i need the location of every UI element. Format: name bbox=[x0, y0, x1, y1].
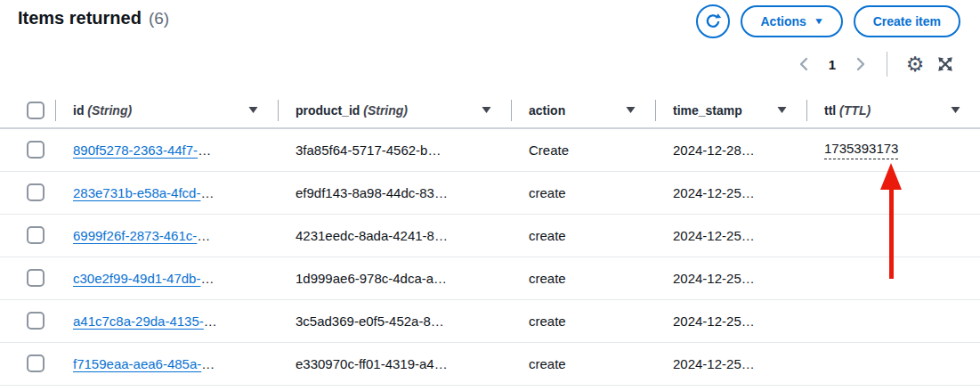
column-label: product_id (String) bbox=[296, 103, 408, 118]
refresh-button[interactable] bbox=[696, 4, 730, 38]
cell-action: create bbox=[511, 214, 655, 257]
truncation-ellipsis: … bbox=[200, 271, 214, 286]
item-id-link[interactable]: c30e2f99-49d1-47db- bbox=[73, 271, 200, 286]
caret-down-icon: ▼ bbox=[814, 17, 824, 26]
truncation-ellipsis: … bbox=[197, 228, 210, 243]
cell-action: create bbox=[511, 171, 655, 214]
cell-ttl bbox=[806, 214, 980, 257]
column-header-id[interactable]: id (String) bbox=[55, 93, 278, 128]
column-header-action[interactable]: action bbox=[511, 93, 655, 128]
item-id-link[interactable]: a41c7c8a-29da-4135- bbox=[73, 314, 204, 329]
create-item-button[interactable]: Create item bbox=[854, 5, 960, 37]
table-row: a41c7c8a-29da-4135-… 3c5ad369-e0f5-452a-… bbox=[0, 299, 980, 342]
row-checkbox[interactable] bbox=[27, 141, 45, 159]
chevron-right-icon bbox=[855, 55, 866, 73]
cell-id: 6999f26f-2873-461c-… bbox=[55, 214, 278, 257]
cell-time-stamp: 2024-12-25… bbox=[655, 257, 806, 299]
table-row: 890f5278-2363-44f7-… 3fa85f64-5717-4562-… bbox=[0, 128, 980, 171]
item-id-link[interactable]: 890f5278-2363-44f7- bbox=[73, 143, 198, 158]
create-item-button-label: Create item bbox=[873, 14, 941, 29]
next-page-button[interactable] bbox=[849, 53, 872, 76]
page-title: Items returned bbox=[18, 8, 142, 29]
cell-checkbox bbox=[0, 171, 55, 214]
cell-checkbox bbox=[0, 214, 55, 257]
truncation-ellipsis: … bbox=[204, 314, 217, 329]
title-area: Items returned (6) bbox=[18, 4, 169, 29]
cell-action: create bbox=[511, 299, 655, 342]
column-label: action bbox=[529, 103, 565, 118]
current-page-number[interactable]: 1 bbox=[819, 57, 846, 72]
column-divider bbox=[806, 100, 807, 121]
table-row: c30e2f99-49d1-47db-… 1d999ae6-978c-4dca-… bbox=[0, 257, 980, 299]
items-table-panel: Items returned (6) Actions ▼ Create item bbox=[0, 0, 980, 391]
actions-button-label: Actions bbox=[760, 14, 806, 29]
column-label: time_stamp bbox=[673, 103, 742, 118]
cell-time-stamp: 2024-12-25… bbox=[655, 299, 806, 342]
cell-checkbox bbox=[0, 128, 55, 171]
column-divider bbox=[278, 100, 279, 121]
row-checkbox[interactable] bbox=[27, 354, 45, 372]
table-row: 6999f26f-2873-461c-… 4231eedc-8ada-4241-… bbox=[0, 214, 980, 257]
cell-id: 283e731b-e58a-4fcd-… bbox=[55, 171, 278, 214]
toolbar-divider bbox=[887, 52, 887, 77]
column-divider bbox=[655, 100, 656, 121]
item-id-link[interactable]: 6999f26f-2873-461c- bbox=[73, 228, 197, 243]
truncation-ellipsis: … bbox=[198, 143, 211, 158]
cell-checkbox bbox=[0, 299, 55, 342]
row-checkbox[interactable] bbox=[27, 183, 45, 201]
ttl-value[interactable]: 1735393173 bbox=[824, 141, 898, 159]
cell-id: f7159eaa-aea6-485a-… bbox=[55, 342, 278, 385]
cell-product-id: e330970c-ff01-4319-a4… bbox=[278, 342, 511, 385]
cell-id: a41c7c8a-29da-4135-… bbox=[55, 299, 278, 342]
cell-time-stamp: 2024-12-28… bbox=[655, 128, 806, 171]
items-table: id (String) product_id (String) bbox=[0, 93, 980, 386]
sort-caret-icon bbox=[951, 106, 960, 114]
gear-icon: ⚙ bbox=[906, 54, 925, 75]
cell-id: c30e2f99-49d1-47db-… bbox=[55, 257, 278, 299]
cell-checkbox bbox=[0, 342, 55, 385]
row-checkbox[interactable] bbox=[27, 312, 45, 330]
cell-action: Create bbox=[511, 128, 655, 171]
preferences-button[interactable]: ⚙ bbox=[902, 51, 928, 77]
column-label: id (String) bbox=[73, 103, 132, 118]
cell-product-id: ef9df143-8a98-44dc-83… bbox=[278, 171, 511, 214]
actions-button[interactable]: Actions ▼ bbox=[741, 5, 842, 37]
column-divider bbox=[55, 100, 56, 121]
column-divider bbox=[511, 100, 512, 121]
panel-header: Items returned (6) Actions ▼ Create item bbox=[0, 0, 980, 41]
cell-action: create bbox=[511, 257, 655, 299]
table-row: 283e731b-e58a-4fcd-… ef9df143-8a98-44dc-… bbox=[0, 171, 980, 214]
cell-time-stamp: 2024-12-25… bbox=[655, 342, 806, 385]
cell-ttl bbox=[806, 171, 980, 214]
previous-page-button[interactable] bbox=[792, 53, 815, 76]
row-checkbox[interactable] bbox=[27, 269, 45, 287]
refresh-icon bbox=[704, 12, 722, 30]
cell-ttl bbox=[806, 299, 980, 342]
item-count: (6) bbox=[149, 9, 169, 29]
cell-product-id: 3fa85f64-5717-4562-b… bbox=[278, 128, 511, 171]
cell-ttl bbox=[806, 257, 980, 299]
chevron-left-icon bbox=[798, 55, 809, 73]
column-header-product-id[interactable]: product_id (String) bbox=[278, 93, 511, 128]
cell-ttl bbox=[806, 342, 980, 385]
cell-product-id: 1d999ae6-978c-4dca-a… bbox=[278, 257, 511, 299]
item-id-link[interactable]: 283e731b-e58a-4fcd- bbox=[73, 185, 200, 200]
item-id-link[interactable]: f7159eaa-aea6-485a- bbox=[73, 356, 201, 371]
expand-icon bbox=[935, 54, 955, 74]
select-all-checkbox[interactable] bbox=[27, 102, 45, 119]
column-header-time-stamp[interactable]: time_stamp bbox=[655, 93, 806, 128]
sort-caret-icon bbox=[777, 106, 787, 114]
cell-product-id: 3c5ad369-e0f5-452a-8… bbox=[278, 299, 511, 342]
cell-ttl: 1735393173 bbox=[806, 128, 980, 171]
fullscreen-button[interactable] bbox=[932, 51, 959, 77]
cell-checkbox bbox=[0, 257, 55, 299]
sort-caret-icon bbox=[626, 106, 636, 114]
pagination-toolbar: 1 ⚙ bbox=[0, 41, 980, 80]
table-row: f7159eaa-aea6-485a-… e330970c-ff01-4319-… bbox=[0, 342, 980, 385]
cell-id: 890f5278-2363-44f7-… bbox=[55, 128, 278, 171]
row-checkbox[interactable] bbox=[27, 226, 45, 244]
cell-action: create bbox=[511, 342, 655, 385]
header-actions: Actions ▼ Create item bbox=[696, 4, 960, 38]
cell-time-stamp: 2024-12-25… bbox=[655, 171, 806, 214]
column-header-ttl[interactable]: ttl (TTL) bbox=[806, 93, 980, 128]
